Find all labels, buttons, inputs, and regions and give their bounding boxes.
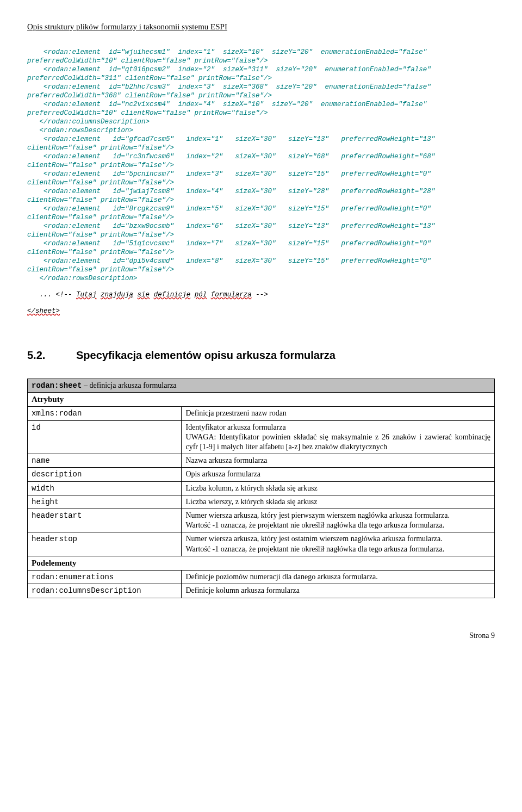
attr-key: width <box>28 481 182 495</box>
attr-value: Liczba wierszy, z których składa się ark… <box>182 495 495 509</box>
page-header: Opis struktury plików formularzy i takso… <box>27 22 495 33</box>
attr-key: height <box>28 495 182 509</box>
page-number: Strona 9 <box>27 631 495 641</box>
attr-key: description <box>28 468 182 481</box>
sub-value: Definicje poziomów numeracji dla danego … <box>182 571 495 584</box>
sub-value: Definicje kolumn arkusza formularza <box>182 584 495 598</box>
attr-value: Nazwa arkusza formularza <box>182 454 495 468</box>
sub-key: rodan:enumerations <box>28 571 182 584</box>
group-subelements: Podelementy <box>28 556 495 571</box>
section-heading: 5.2.Specyfikacja elementów opisu arkusza… <box>27 348 495 362</box>
sub-key: rodan:columnsDescription <box>28 584 182 598</box>
attr-key: id <box>28 420 182 454</box>
attr-value: Liczba kolumn, z których składa się arku… <box>182 481 495 495</box>
attr-key: headerstart <box>28 509 182 532</box>
attr-value: Opis arkusza formularza <box>182 468 495 481</box>
attr-value: Numer wiersza arkusza, który jest pierws… <box>182 509 495 532</box>
sheet-close-tag: </sheet> <box>27 307 495 315</box>
attr-key: xmlns:rodan <box>28 407 182 420</box>
attr-value: Definicja przestrzeni nazw rodan <box>182 407 495 420</box>
xml-comment-line: ... <!-- Tutaj znajdują sie definicje pó… <box>27 290 495 299</box>
attr-key: name <box>28 454 182 468</box>
attr-key: headerstop <box>28 532 182 556</box>
attr-value: Numer wiersza arkusza, który jest ostatn… <box>182 532 495 556</box>
attr-value: Identyfikator arkusza formularza UWAGA: … <box>182 420 495 454</box>
table-title: rodan:sheet – definicja arkusza formular… <box>28 379 495 392</box>
group-attributes: Atrybuty <box>28 392 495 407</box>
xml-code-block: <rodan:element id="wjuihecsm1" index="1"… <box>27 48 495 283</box>
spec-table: rodan:sheet – definicja arkusza formular… <box>27 379 495 598</box>
